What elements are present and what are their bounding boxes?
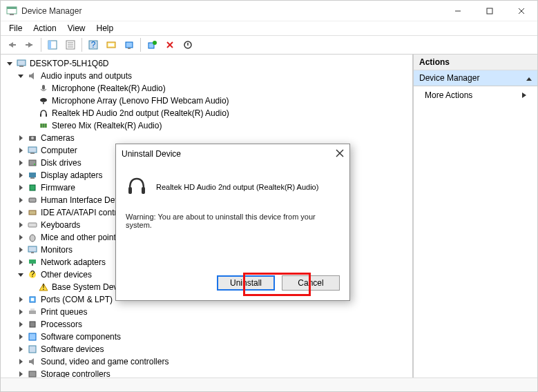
tree-device[interactable]: Realtek HD Audio 2nd output (Realtek(R) … <box>27 107 411 119</box>
cancel-button[interactable]: Cancel <box>282 275 340 291</box>
svg-rect-56 <box>31 298 34 301</box>
svg-rect-16 <box>108 43 114 46</box>
uninstall-button[interactable]: Uninstall <box>217 275 275 291</box>
ide-icon <box>27 207 38 218</box>
monitor-icon <box>27 244 38 255</box>
scan-hardware-button[interactable] <box>103 37 119 53</box>
properties-button[interactable] <box>62 37 79 53</box>
svg-text:?: ? <box>30 270 35 279</box>
more-actions-item[interactable]: More Actions <box>414 86 537 104</box>
statusbar <box>1 378 537 391</box>
toolbar-separator <box>81 38 82 52</box>
tree-category[interactable]: Software devices <box>16 343 411 355</box>
app-icon <box>6 6 17 17</box>
window-titlebar: Device Manager <box>1 1 537 21</box>
uninstall-button[interactable] <box>162 37 178 53</box>
svg-rect-44 <box>29 198 36 202</box>
back-button[interactable] <box>3 37 20 53</box>
printer-icon <box>27 306 38 317</box>
tree-category[interactable]: Storage controllers <box>16 368 411 378</box>
svg-point-36 <box>31 137 34 139</box>
tree-category-audio[interactable]: Audio inputs and outputs <box>16 70 411 82</box>
mouse-icon <box>27 232 38 243</box>
tree-category[interactable]: Sound, video and game controllers <box>16 355 411 368</box>
svg-rect-4 <box>487 8 492 14</box>
other-devices-icon: ? <box>27 269 38 280</box>
disk-icon <box>27 157 38 168</box>
svg-rect-41 <box>29 173 36 177</box>
svg-rect-46 <box>28 223 37 227</box>
computer-icon <box>16 58 27 69</box>
svg-rect-37 <box>28 147 37 153</box>
add-legacy-button[interactable] <box>144 37 160 53</box>
sound-icon <box>27 356 38 367</box>
actions-section[interactable]: Device Manager <box>414 70 537 86</box>
svg-rect-49 <box>31 252 34 253</box>
ports-icon <box>27 294 38 305</box>
help-button[interactable]: ? <box>85 37 102 53</box>
tree-device[interactable]: Microphone Array (Lenovo FHD Webcam Audi… <box>27 95 411 107</box>
tree-category[interactable]: Processors <box>16 318 411 331</box>
update-driver-button[interactable] <box>121 37 137 53</box>
tree-root[interactable]: DESKTOP-5LH1Q6D <box>5 57 411 70</box>
menu-help[interactable]: Help <box>91 23 119 33</box>
svg-rect-30 <box>46 114 47 117</box>
svg-rect-66 <box>142 187 145 194</box>
dialog-close-button[interactable] <box>336 149 344 159</box>
display-adapter-icon <box>27 170 38 181</box>
actions-pane: Actions Device Manager More Actions <box>413 55 537 378</box>
tree-device[interactable]: Stereo Mix (Realtek(R) Audio) <box>27 119 411 132</box>
svg-rect-65 <box>128 187 132 194</box>
svg-rect-25 <box>19 66 23 67</box>
menu-view[interactable]: View <box>62 23 91 33</box>
menu-file[interactable]: File <box>3 23 28 33</box>
svg-rect-2 <box>10 14 14 15</box>
uninstall-dialog: Uninstall Device Realtek HD Audio 2nd ou… <box>115 144 350 301</box>
forward-button[interactable] <box>21 37 38 53</box>
menubar: File Action View Help <box>1 21 537 35</box>
actions-header: Actions <box>414 55 537 70</box>
storage-icon <box>27 369 38 378</box>
svg-rect-59 <box>30 322 35 327</box>
tree-category[interactable]: Print queues <box>16 306 411 318</box>
svg-rect-45 <box>29 210 36 215</box>
svg-point-40 <box>34 164 35 165</box>
disable-button[interactable] <box>180 37 196 53</box>
svg-rect-60 <box>29 333 36 340</box>
toolbar-separator <box>140 38 141 52</box>
dialog-warning: Warning: You are about to uninstall this… <box>126 213 340 229</box>
hid-icon <box>27 195 38 206</box>
svg-text:?: ? <box>91 40 96 50</box>
window-title: Device Manager <box>21 6 442 16</box>
processor-icon <box>27 319 38 330</box>
svg-rect-8 <box>48 41 51 49</box>
svg-text:!: ! <box>42 282 44 292</box>
show-hide-tree-button[interactable] <box>44 37 61 53</box>
software-devices-icon <box>27 344 38 355</box>
minimize-button[interactable] <box>442 1 474 21</box>
computer-icon <box>27 145 38 156</box>
tree-category[interactable]: Software components <box>16 331 411 343</box>
toolbar: ? <box>1 35 537 55</box>
close-button[interactable] <box>506 1 537 21</box>
mic-array-icon <box>38 95 49 106</box>
svg-rect-38 <box>30 153 35 154</box>
firmware-icon <box>27 182 38 193</box>
camera-icon <box>27 133 38 144</box>
svg-rect-58 <box>30 308 35 311</box>
speaker-icon <box>27 70 38 81</box>
svg-rect-1 <box>7 7 17 9</box>
menu-action[interactable]: Action <box>28 23 61 33</box>
svg-rect-24 <box>17 60 26 66</box>
svg-rect-42 <box>30 177 35 179</box>
svg-rect-48 <box>28 246 37 252</box>
dialog-device-name: Realtek HD Audio 2nd output (Realtek(R) … <box>156 183 318 191</box>
headphone-icon <box>38 108 49 119</box>
svg-point-47 <box>30 235 35 242</box>
network-icon <box>27 257 38 268</box>
warning-icon: ! <box>38 282 49 293</box>
svg-rect-62 <box>29 371 36 377</box>
tree-category[interactable]: Cameras <box>16 132 411 144</box>
maximize-button[interactable] <box>474 1 506 21</box>
tree-device[interactable]: Microphone (Realtek(R) Audio) <box>27 82 411 95</box>
